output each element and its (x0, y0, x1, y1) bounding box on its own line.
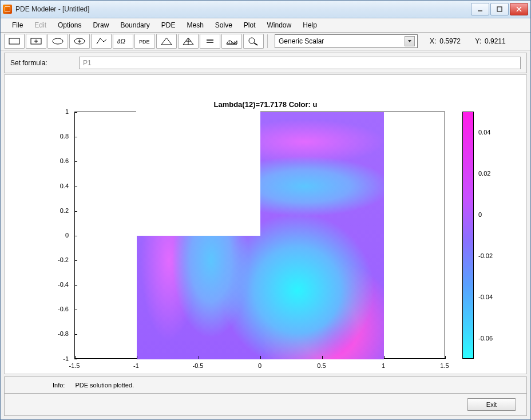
plot-title: Lambda(12)=71.7178 Color: u (5, 100, 526, 109)
ytick-label: 0 (40, 232, 69, 239)
tool-zoom[interactable] (243, 34, 264, 49)
domain-cutout (136, 112, 260, 236)
menubar: File Edit Options Draw Boundary PDE Mesh… (1, 18, 530, 33)
equals-icon (203, 36, 217, 46)
tool-plot3d[interactable] (221, 34, 242, 49)
menu-pde[interactable]: PDE (156, 19, 181, 31)
chevron-down-icon (405, 36, 415, 46)
ytick-label: 0.4 (40, 183, 69, 189)
ytick-label: 0.8 (40, 133, 69, 140)
xtick-label: -0.5 (193, 362, 204, 369)
menu-plot[interactable]: Plot (238, 19, 261, 31)
set-formula-panel: Set formula: (4, 53, 527, 73)
coordinate-readout: X: 0.5972 Y: 0.9211 (430, 37, 527, 45)
info-text: PDE solution plotted. (75, 382, 134, 389)
info-label: Info: (53, 382, 65, 389)
menu-edit[interactable]: Edit (29, 19, 52, 31)
xtick-label: 1 (382, 362, 385, 369)
colorbar-tick: 0 (478, 211, 482, 218)
coord-y-label: Y: (475, 37, 481, 45)
coord-y-value: 0.9211 (485, 37, 517, 45)
zoom-icon (246, 36, 261, 46)
colorbar-tick: -0.02 (478, 252, 493, 259)
svg-point-8 (249, 38, 255, 43)
app-window: PDE Modeler - [Untitled] File Edit Optio… (0, 0, 531, 420)
ytick-label: -0.8 (40, 330, 69, 337)
close-icon (516, 6, 522, 13)
ytick-label: 0.2 (40, 207, 69, 214)
ytick-label: 0.6 (40, 157, 69, 164)
colorbar (462, 112, 474, 359)
app-icon (3, 5, 12, 14)
partial-omega-icon: ∂Ω (116, 36, 130, 46)
close-button[interactable] (510, 3, 528, 15)
colorbar-tick: 0.04 (478, 129, 490, 136)
titlebar[interactable]: PDE Modeler - [Untitled] (1, 1, 530, 18)
ellipse-plus-icon (72, 36, 87, 46)
ytick-label: -1 (40, 355, 69, 362)
surface-icon (224, 36, 239, 46)
coord-x-label: X: (430, 37, 436, 45)
menu-boundary[interactable]: Boundary (114, 19, 155, 31)
set-formula-label: Set formula: (10, 59, 68, 67)
svg-rect-1 (497, 7, 502, 11)
xtick-label: -1 (133, 362, 139, 369)
colorbar-tick: -0.06 (478, 335, 493, 342)
triangle-icon (159, 36, 174, 46)
pde-text-icon: PDE (137, 36, 152, 46)
tool-ellipse[interactable] (47, 34, 68, 49)
svg-point-4 (53, 38, 63, 44)
window-title: PDE Modeler - [Untitled] (15, 5, 471, 13)
tool-solve[interactable] (200, 34, 220, 49)
svg-line-9 (254, 43, 257, 45)
ytick-label: 1 (40, 108, 69, 115)
application-mode-dropdown[interactable]: Generic Scalar (275, 34, 418, 48)
polygon-icon (94, 36, 109, 46)
exit-button[interactable]: Exit (467, 398, 516, 411)
tool-mesh[interactable] (156, 34, 177, 49)
triangle-refine-icon (181, 36, 196, 46)
rectangle-plus-icon (29, 36, 43, 46)
tool-polygon[interactable] (91, 34, 112, 49)
menu-file[interactable]: File (6, 19, 29, 31)
bottom-bar: Exit (4, 394, 527, 416)
menu-options[interactable]: Options (52, 19, 87, 31)
menu-mesh[interactable]: Mesh (181, 19, 209, 31)
menu-help[interactable]: Help (297, 19, 323, 31)
colorbar-tick: -0.04 (478, 294, 493, 300)
minimize-icon (477, 6, 484, 13)
svg-text:∂Ω: ∂Ω (117, 38, 125, 45)
xtick-label: 1.5 (440, 362, 449, 369)
maximize-button[interactable] (490, 3, 509, 15)
menu-draw[interactable]: Draw (87, 19, 114, 31)
tool-refine-mesh[interactable] (178, 34, 199, 49)
tool-ellipse-center[interactable] (69, 34, 90, 49)
tool-pde-spec[interactable]: PDE (134, 34, 155, 49)
ellipse-icon (50, 36, 65, 46)
ytick-label: -0.6 (40, 306, 69, 312)
svg-text:PDE: PDE (139, 39, 150, 45)
toolbar: ∂Ω PDE Generic Scalar X: 0.5972 Y: 0.921… (1, 33, 530, 50)
xtick-label: -1.5 (69, 362, 80, 369)
menu-solve[interactable]: Solve (209, 19, 238, 31)
rectangle-icon (7, 36, 22, 46)
colorbar-tick: 0.02 (478, 170, 490, 177)
minimize-button[interactable] (471, 3, 489, 15)
tool-boundary[interactable]: ∂Ω (113, 34, 133, 49)
toolbar-separator (267, 34, 268, 48)
menu-window[interactable]: Window (261, 19, 298, 31)
dropdown-value: Generic Scalar (279, 37, 324, 45)
coord-x-value: 0.5972 (439, 37, 471, 45)
window-controls (471, 3, 528, 15)
tool-rectangle[interactable] (4, 34, 25, 49)
info-bar: Info: PDE solution plotted. (4, 377, 527, 394)
ytick-label: -0.4 (40, 281, 69, 288)
svg-rect-2 (9, 38, 19, 44)
xtick-label: 0.5 (317, 362, 326, 369)
set-formula-input[interactable] (79, 57, 521, 69)
plot-area[interactable]: Lambda(12)=71.7178 Color: u (4, 74, 527, 374)
maximize-icon (496, 6, 503, 13)
tool-rectangle-center[interactable] (26, 34, 46, 49)
axes (74, 112, 445, 359)
ytick-label: -0.2 (40, 256, 69, 263)
